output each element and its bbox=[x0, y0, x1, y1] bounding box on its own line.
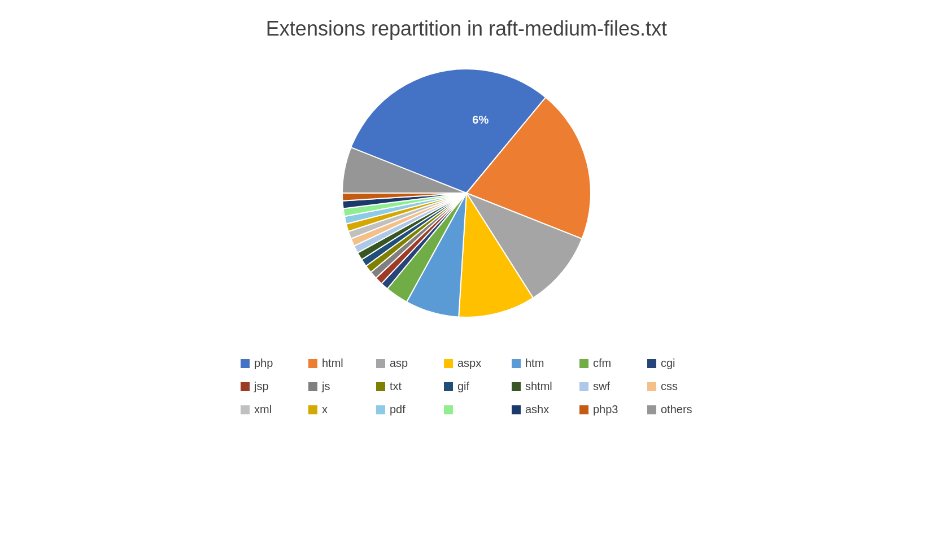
legend-label-htm: htm bbox=[525, 357, 544, 370]
legend-item-xml: xml bbox=[241, 403, 286, 416]
legend-item-swf: swf bbox=[579, 380, 625, 393]
legend-swatch-jsp bbox=[241, 382, 250, 391]
legend-swatch-aspx bbox=[444, 359, 453, 368]
legend-swatch-html bbox=[308, 359, 317, 368]
legend-label-gif: gif bbox=[457, 380, 469, 393]
legend-item-gif: gif bbox=[444, 380, 489, 393]
legend-swatch- bbox=[444, 405, 453, 414]
legend-swatch-xml bbox=[241, 405, 250, 414]
legend-item-x: x bbox=[308, 403, 354, 416]
legend-label-pdf: pdf bbox=[390, 403, 406, 416]
legend-item-cfm: cfm bbox=[579, 357, 625, 370]
legend-label-cfm: cfm bbox=[593, 357, 611, 370]
legend-swatch-pdf bbox=[376, 405, 385, 414]
legend-item-jsp: jsp bbox=[241, 380, 286, 393]
pie-label-others: 6% bbox=[472, 113, 489, 126]
legend-label-txt: txt bbox=[390, 380, 402, 393]
legend-item-asp: asp bbox=[376, 357, 421, 370]
chart-title: Extensions repartition in raft-medium-fi… bbox=[266, 17, 667, 41]
legend-item-ashx: ashx bbox=[512, 403, 557, 416]
legend-item-others: others bbox=[647, 403, 692, 416]
legend-label-x: x bbox=[322, 403, 328, 416]
legend-item-shtml: shtml bbox=[512, 380, 557, 393]
legend-item-php: php bbox=[241, 357, 286, 370]
legend-label-swf: swf bbox=[593, 380, 610, 393]
legend-label-cgi: cgi bbox=[661, 357, 675, 370]
legend-label-php3: php3 bbox=[593, 403, 618, 416]
legend-label-aspx: aspx bbox=[457, 357, 481, 370]
legend-swatch-asp bbox=[376, 359, 385, 368]
legend-swatch-cfm bbox=[579, 359, 588, 368]
legend: phphtmlaspaspxhtmcfmcgijspjstxtgifshtmls… bbox=[241, 357, 692, 416]
legend-item-aspx: aspx bbox=[444, 357, 489, 370]
legend-label-html: html bbox=[322, 357, 343, 370]
legend-label-php: php bbox=[254, 357, 273, 370]
legend-swatch-cgi bbox=[647, 359, 656, 368]
legend-label-others: others bbox=[661, 403, 692, 416]
legend-swatch-txt bbox=[376, 382, 385, 391]
legend-item-js: js bbox=[308, 380, 354, 393]
legend-row-1: jspjstxtgifshtmlswfcss bbox=[241, 380, 692, 393]
legend-swatch-gif bbox=[444, 382, 453, 391]
legend-swatch-js bbox=[308, 382, 317, 391]
legend-label-ashx: ashx bbox=[525, 403, 549, 416]
legend-swatch-ashx bbox=[512, 405, 521, 414]
legend-label-shtml: shtml bbox=[525, 380, 552, 393]
pie-chart: 36%20%10%10%7%6% bbox=[325, 52, 608, 334]
pie-svg: 36%20%10%10%7%6% bbox=[325, 52, 608, 334]
legend-label-xml: xml bbox=[254, 403, 272, 416]
legend-item-cgi: cgi bbox=[647, 357, 692, 370]
legend-item-pdf: pdf bbox=[376, 403, 421, 416]
legend-swatch-others bbox=[647, 405, 656, 414]
legend-swatch-htm bbox=[512, 359, 521, 368]
legend-swatch-php3 bbox=[579, 405, 588, 414]
legend-swatch-shtml bbox=[512, 382, 521, 391]
legend-swatch-css bbox=[647, 382, 656, 391]
legend-item-php3: php3 bbox=[579, 403, 625, 416]
legend-swatch-x bbox=[308, 405, 317, 414]
legend-row-2: xmlxpdfashxphp3others bbox=[241, 403, 692, 416]
legend-item-htm: htm bbox=[512, 357, 557, 370]
legend-item-txt: txt bbox=[376, 380, 421, 393]
legend-swatch-swf bbox=[579, 382, 588, 391]
legend-label-js: js bbox=[322, 380, 330, 393]
legend-label-jsp: jsp bbox=[254, 380, 269, 393]
legend-label-css: css bbox=[661, 380, 678, 393]
legend-item-html: html bbox=[308, 357, 354, 370]
legend-label-asp: asp bbox=[390, 357, 408, 370]
legend-item- bbox=[444, 405, 489, 414]
legend-item-css: css bbox=[647, 380, 692, 393]
legend-swatch-php bbox=[241, 359, 250, 368]
legend-row-0: phphtmlaspaspxhtmcfmcgi bbox=[241, 357, 692, 370]
